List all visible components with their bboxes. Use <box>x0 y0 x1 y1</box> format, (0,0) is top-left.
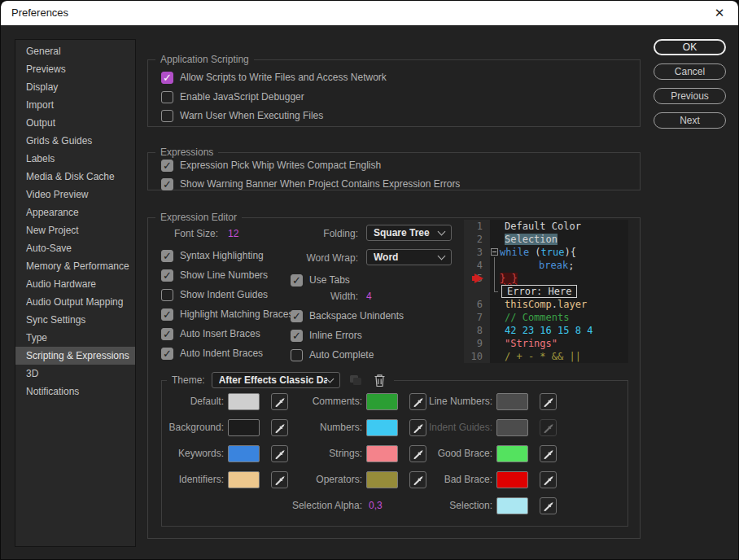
checkbox-icon[interactable] <box>161 328 173 340</box>
checkbox-label: Show Indent Guides <box>180 289 268 300</box>
fold-collapse-icon[interactable] <box>491 248 498 256</box>
checkbox-enable-js-debugger[interactable]: Enable JavaScript Debugger <box>161 90 304 103</box>
checkbox-icon[interactable] <box>291 310 303 322</box>
checkbox-label: Use Tabs <box>309 274 350 286</box>
sidebar-item-notifications[interactable]: Notifications <box>15 383 135 400</box>
checkbox-use-tabs[interactable]: Use Tabs <box>291 273 350 287</box>
sidebar-item-display[interactable]: Display <box>15 78 135 96</box>
eyedropper-icon[interactable] <box>540 445 557 462</box>
sidebar-item-grids-guides[interactable]: Grids & Guides <box>15 132 135 150</box>
sidebar-item-audio-hardware[interactable]: Audio Hardware <box>15 275 135 293</box>
eyedropper-icon[interactable] <box>540 393 557 410</box>
default-color-swatch[interactable] <box>228 393 260 410</box>
chevron-down-icon <box>326 374 334 383</box>
sidebar-item-output[interactable]: Output <box>15 114 135 132</box>
line-numbers-color-swatch[interactable] <box>496 393 528 410</box>
background-color-swatch[interactable] <box>228 419 260 436</box>
checkbox-icon[interactable] <box>291 349 303 361</box>
eyedropper-icon[interactable] <box>540 471 557 488</box>
good-brace-color-swatch[interactable] <box>496 445 528 462</box>
checkbox-syntax-highlighting[interactable]: Syntax Highlighting <box>161 249 264 262</box>
checkbox-icon[interactable] <box>291 330 303 342</box>
checkbox-icon[interactable] <box>161 91 173 103</box>
error-tooltip: Error: Here <box>501 285 577 298</box>
checkbox-auto-indent-braces[interactable]: Auto Indent Braces <box>161 347 263 360</box>
category-sidebar: General Previews Display Import Output G… <box>15 39 136 547</box>
checkbox-icon[interactable] <box>161 269 173 282</box>
checkbox-show-line-numbers[interactable]: Show Line Numbers <box>161 269 268 282</box>
checkbox-label: Auto Complete <box>309 349 374 361</box>
code-line: Selection <box>500 233 628 246</box>
sidebar-item-video-preview[interactable]: Video Preview <box>15 186 135 203</box>
font-size-value[interactable]: 12 <box>228 228 238 239</box>
line-number: 2 <box>464 233 490 246</box>
checkbox-pick-whip-english[interactable]: Expression Pick Whip Writes Compact Engl… <box>161 159 381 172</box>
selection-color-label: Selection: <box>390 500 492 511</box>
dialog-title: Preferences <box>11 7 68 19</box>
selection-alpha-label: Selection Alpha: <box>260 500 362 511</box>
theme-dropdown[interactable]: After Effects Classic Dark <box>212 372 340 388</box>
sidebar-item-previews[interactable]: Previews <box>15 60 135 78</box>
checkbox-auto-insert-braces[interactable]: Auto Insert Braces <box>161 327 260 340</box>
checkbox-icon[interactable] <box>161 178 173 190</box>
sidebar-item-import[interactable]: Import <box>15 96 135 114</box>
previous-button[interactable]: Previous <box>654 88 726 104</box>
ok-button[interactable]: OK <box>654 39 726 55</box>
next-button[interactable]: Next <box>654 112 726 129</box>
checkbox-auto-complete[interactable]: Auto Complete <box>291 348 374 361</box>
checkbox-icon[interactable] <box>161 348 173 360</box>
checkbox-icon[interactable] <box>161 72 173 84</box>
checkbox-backspace-unindents[interactable]: Backspace Unindents <box>291 309 404 322</box>
sidebar-item-type[interactable]: Type <box>15 329 135 347</box>
code-token: ; <box>568 260 574 271</box>
eyedropper-icon[interactable] <box>540 497 557 514</box>
checkbox-icon[interactable] <box>161 308 173 321</box>
checkbox-highlight-matching-braces[interactable]: Highlight Matching Braces <box>161 308 293 321</box>
code-token: . <box>552 299 558 310</box>
sidebar-item-3d[interactable]: 3D <box>15 365 135 383</box>
selection-color-swatch[interactable] <box>496 497 528 514</box>
close-icon[interactable]: ✕ <box>704 1 735 25</box>
checkbox-label: Allow Scripts to Write Files and Access … <box>180 72 387 83</box>
checkbox-icon[interactable] <box>161 289 173 301</box>
checkbox-icon[interactable] <box>291 274 303 287</box>
duplicate-theme-icon[interactable] <box>347 372 365 388</box>
checkbox-icon[interactable] <box>161 110 173 122</box>
sidebar-item-labels[interactable]: Labels <box>15 150 135 168</box>
sidebar-item-memory-performance[interactable]: Memory & Performance <box>15 257 135 275</box>
checkbox-warning-banner[interactable]: Show Warning Banner When Project Contain… <box>161 177 460 190</box>
fold-guide-tick <box>494 291 498 292</box>
folding-dropdown[interactable]: Square Tree <box>366 225 452 241</box>
sidebar-item-auto-save[interactable]: Auto-Save <box>15 239 135 257</box>
sidebar-item-appearance[interactable]: Appearance <box>15 203 135 221</box>
sidebar-item-scripting-expressions[interactable]: Scripting & Expressions <box>15 347 135 365</box>
checkbox-icon[interactable] <box>161 250 173 262</box>
sidebar-item-general[interactable]: General <box>15 42 135 60</box>
sidebar-item-media-disk-cache[interactable]: Media & Disk Cache <box>15 168 135 186</box>
sidebar-item-new-project[interactable]: New Project <box>15 221 135 239</box>
dropdown-value: Word <box>374 252 439 263</box>
code-token: // Comments <box>505 312 569 323</box>
checkbox-inline-errors[interactable]: Inline Errors <box>291 329 362 342</box>
selection-alpha-value[interactable]: 0,3 <box>369 500 383 511</box>
keywords-color-swatch[interactable] <box>228 445 260 462</box>
sidebar-item-sync-settings[interactable]: Sync Settings <box>15 311 135 329</box>
code-token: ( <box>535 247 540 258</box>
word-wrap-dropdown[interactable]: Word <box>366 249 452 265</box>
cancel-button[interactable]: Cancel <box>654 63 726 80</box>
sidebar-item-audio-output-mapping[interactable]: Audio Output Mapping <box>15 293 135 311</box>
tab-width-value[interactable]: 4 <box>366 291 372 302</box>
code-line: break; <box>500 259 628 272</box>
checkbox-label: Syntax Highlighting <box>180 250 264 261</box>
bad-brace-color-swatch[interactable] <box>496 471 528 488</box>
checkbox-icon[interactable] <box>161 160 173 172</box>
checkbox-warn-executing[interactable]: Warn User When Executing Files <box>161 109 323 122</box>
delete-theme-icon[interactable] <box>371 372 389 388</box>
expression-editor-group: Expression Editor Font Size: 12 Folding:… <box>147 217 641 539</box>
checkbox-show-indent-guides[interactable]: Show Indent Guides <box>161 288 268 301</box>
identifiers-color-swatch[interactable] <box>228 471 260 488</box>
checkbox-label: Enable JavaScript Debugger <box>180 91 304 103</box>
code-token: Default Color <box>505 221 581 232</box>
line-number: 1 <box>464 220 490 233</box>
checkbox-allow-scripts[interactable]: Allow Scripts to Write Files and Access … <box>161 71 387 84</box>
